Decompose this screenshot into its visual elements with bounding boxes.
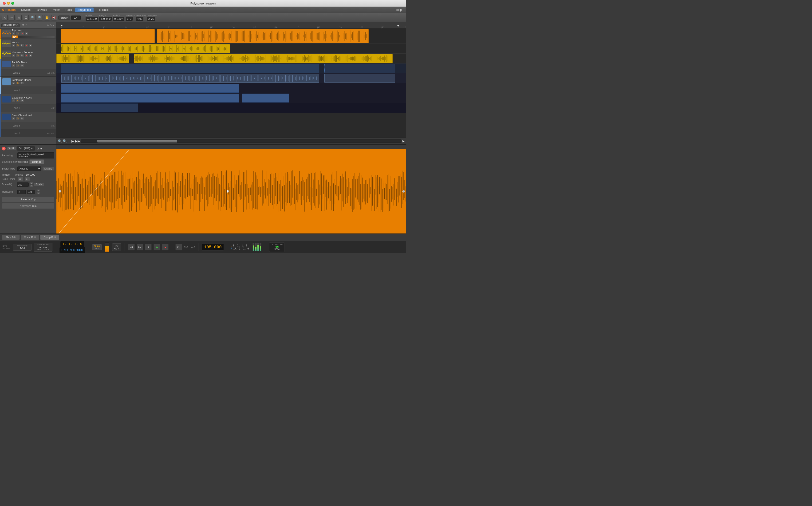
window-controls[interactable] <box>3 2 14 5</box>
menu-rack[interactable]: Rack <box>63 7 74 12</box>
maximize-button[interactable] <box>11 2 14 5</box>
solo-btn-glistening-house[interactable]: S <box>16 81 20 85</box>
track-row-fat-80s-bass[interactable]: Fat 80s Bass M S ⟳ <box>1 59 56 69</box>
scroll-right-icon[interactable]: ▶ <box>402 140 404 143</box>
zoom-in-tool[interactable]: 🔍 <box>30 15 36 20</box>
fade-out-value[interactable]: 0. 0 <box>126 17 132 21</box>
stretch-type-select[interactable]: Allround <box>17 166 41 171</box>
play-button[interactable]: ▶ <box>154 244 160 250</box>
clip-hw-1[interactable] <box>57 54 129 63</box>
solo-btn-vocals[interactable]: S <box>16 44 20 47</box>
length-value[interactable]: 2. 0. 0. 0 <box>99 17 112 21</box>
editor-grid-select[interactable]: Grid (1/16) ▼ <box>17 147 34 151</box>
clip-fat-80s-bass-1[interactable] <box>61 64 319 73</box>
settings-icon[interactable]: ⚙ <box>50 24 52 26</box>
r-value[interactable]: 17. 2. 1. 0 <box>233 247 249 250</box>
rec-arm-btn-top-loop[interactable]: ● <box>20 32 24 35</box>
q-record-value[interactable]: 1/16 <box>20 247 25 250</box>
solo-btn-bass-chord-lead[interactable]: S <box>16 116 20 120</box>
stop-button[interactable]: ■ <box>145 244 152 250</box>
scale-input[interactable] <box>17 182 29 187</box>
select-tool[interactable]: ⊡ <box>23 15 29 20</box>
track-row-hardware-fortress[interactable]: Hardware Fortress M S ⟳ ● ▶ <box>1 49 56 59</box>
pan-btn-expander-x-keys[interactable]: ⟳ <box>20 99 24 102</box>
solo-btn-fat-80s-bass[interactable]: S <box>16 64 20 67</box>
rec-arm-btn-vocals[interactable]: ● <box>24 44 28 47</box>
transpose-semitones-input[interactable] <box>17 190 26 194</box>
menu-sequencer[interactable]: Sequencer <box>75 7 94 12</box>
menu-flip-rack[interactable]: Flip Rack <box>94 7 111 12</box>
bounce-button[interactable]: Bounce <box>29 159 44 164</box>
track-row-expander-x-keys[interactable]: Expander X Keys M S ⟳ <box>1 94 56 104</box>
clip-top-loop-2[interactable] <box>157 29 369 43</box>
x2-button[interactable]: x2 <box>17 177 23 181</box>
manual-rec-btn[interactable]: MANUAL REC <box>1 23 19 27</box>
mute-btn-vocals[interactable]: M <box>12 44 15 47</box>
close-button[interactable] <box>3 2 6 5</box>
track-row-bass-chord-lead[interactable]: Bass-Chord-Lead M S ⟳ <box>1 112 56 122</box>
rewind-button[interactable]: ⏮ <box>128 244 135 250</box>
hand-tool[interactable]: ✋ <box>44 15 50 20</box>
minus-icon[interactable]: — <box>68 140 71 143</box>
scale-down-arrow[interactable]: ▼ <box>30 185 33 187</box>
normalize-clip-button[interactable]: Normalize Clip <box>2 203 54 209</box>
slice-edit-tab[interactable]: Slice Edit <box>2 235 20 240</box>
solo-btn-hardware-fortress[interactable]: S <box>16 54 20 57</box>
menu-mixer[interactable]: Mixer <box>51 7 62 12</box>
comp-edit-tab[interactable]: Comp Edit <box>40 235 59 240</box>
clip-vocals-1[interactable] <box>61 44 230 53</box>
clip-bass-chord-lead-lane3b[interactable] <box>242 94 289 102</box>
position-value[interactable]: 9. 2. 1. 0 <box>86 17 98 21</box>
tap-display[interactable]: TAP 4 / 4 <box>112 243 121 251</box>
clip-glistening-house-2[interactable] <box>325 74 395 83</box>
transpose-down-arrow[interactable]: ▼ <box>37 192 40 194</box>
minimize-button[interactable] <box>7 2 10 5</box>
scale-up-arrow[interactable]: ▲ <box>30 182 33 184</box>
mute-btn-glistening-house[interactable]: M <box>12 81 15 85</box>
pan-btn-glistening-house[interactable]: ⟳ <box>20 81 24 85</box>
mute-btn-fat-80s-bass[interactable]: M <box>12 64 15 67</box>
track-row-top-loop[interactable]: Top Loop M S ● ▶ IN▼ <box>1 29 56 38</box>
clip-fat-80s-bass-2[interactable] <box>325 64 395 73</box>
bpm-display[interactable]: 105.000 <box>202 244 224 251</box>
pencil-tool[interactable]: ✏ <box>9 15 15 20</box>
clip-hw-2[interactable] <box>134 54 392 63</box>
rec-arm-btn-hardware-fortress[interactable]: ● <box>24 54 28 57</box>
editor-waveform-display[interactable] <box>57 149 406 234</box>
horizontal-scrollbar[interactable] <box>81 140 401 143</box>
solo-btn-top-loop[interactable]: S <box>16 32 20 35</box>
div2-button[interactable]: /2 <box>25 177 30 181</box>
fast-forward-button[interactable]: ⏭ <box>137 244 143 250</box>
clip-expander-x-keys-1[interactable] <box>61 84 239 93</box>
click-box[interactable]: CLICK PRE <box>92 244 102 250</box>
fwd-btn-zoom[interactable]: ▶▶ <box>75 139 80 143</box>
editor-close-btn[interactable]: ✕ <box>2 147 6 151</box>
quantize-value[interactable]: 1/4 <box>71 15 81 20</box>
monitor-btn-vocals[interactable]: ▶ <box>29 44 32 47</box>
close-track-icon[interactable]: ✕ <box>53 24 55 26</box>
transpose-cents-input[interactable] <box>27 190 35 194</box>
snap-button[interactable]: SNAP <box>58 15 70 20</box>
monitor-btn-top-loop[interactable]: ▶ <box>24 32 28 35</box>
sync-mode-value[interactable]: Internal <box>39 246 48 249</box>
editor-tool-1[interactable]: ⊡ <box>37 147 39 150</box>
editor-tool-2[interactable]: ◈ <box>40 147 42 150</box>
eraser-tool[interactable]: ◎ <box>16 15 22 20</box>
editor-snap-btn[interactable]: SNAP <box>7 147 16 151</box>
clip-bass-chord-lead-lane1[interactable] <box>61 103 138 112</box>
menu-devices[interactable]: Devices <box>19 7 33 12</box>
pan-btn-hardware-fortress[interactable]: ⟳ <box>20 54 24 57</box>
clip-bass-chord-lead-lane3[interactable] <box>61 94 239 102</box>
zoom-out-tool[interactable]: 🔍 <box>37 15 43 20</box>
mute-tool[interactable]: 🔇 <box>51 15 57 20</box>
mute-btn-bass-chord-lead[interactable]: M <box>12 116 15 120</box>
scroll-thumb[interactable] <box>97 140 177 143</box>
delay-on[interactable]: ON <box>271 246 283 248</box>
pointer-tool[interactable]: ↖ <box>2 15 7 20</box>
transpose-up-arrow[interactable]: ▲ <box>37 189 40 192</box>
clip-top-loop-1[interactable]: /* waveform lines generated by JS */ <box>61 29 155 43</box>
pan-btn-fat-80s-bass[interactable]: ⟳ <box>20 64 24 67</box>
mute-btn-hardware-fortress[interactable]: M <box>12 54 15 57</box>
track-row-vocals[interactable]: Vocals M S ⟳ ● ▶ <box>1 39 56 49</box>
mute-btn-expander-x-keys[interactable]: M <box>12 99 15 102</box>
